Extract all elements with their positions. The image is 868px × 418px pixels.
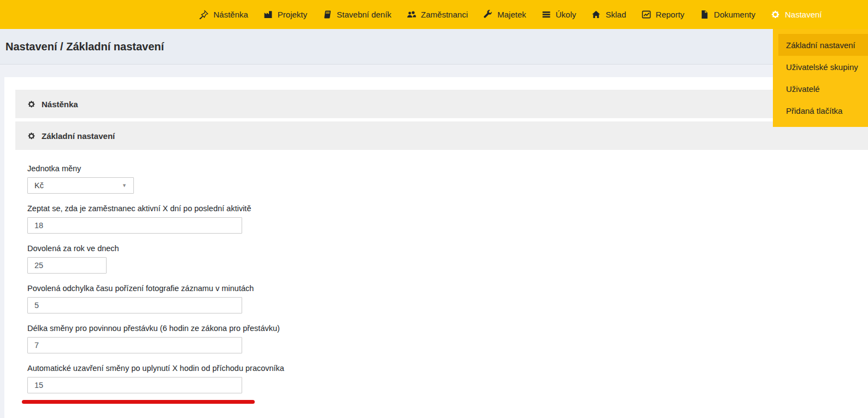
nav-item-label: Sklad	[606, 10, 626, 19]
form-group-shift-break: Délka směny pro povinnou přestávku (6 ho…	[27, 324, 868, 353]
field-label: Dovolená za rok ve dnech	[27, 244, 868, 253]
settings-card: Nástěnka Základní nastavení Jednotka měn…	[4, 77, 868, 418]
page-title: Nastavení / Základní nastavení	[5, 40, 164, 53]
nav-item-projekty[interactable]: Projekty	[263, 10, 307, 19]
nav-item-nastaveni[interactable]: Nastavení	[771, 10, 822, 19]
nav-item-label: Dokumenty	[714, 10, 755, 19]
currency-select[interactable]: Kč ▼	[27, 177, 134, 194]
nav-item-majetek[interactable]: Majetek	[483, 10, 526, 19]
chart-line-icon	[642, 10, 651, 19]
page-content: Nástěnka Základní nastavení Jednotka měn…	[0, 65, 868, 418]
accordion-title: Nástěnka	[42, 100, 78, 109]
nav-item-reporty[interactable]: Reporty	[642, 10, 685, 19]
red-underline-annotation	[22, 400, 255, 404]
nav-item-label: Reporty	[656, 10, 685, 19]
accordion-nastenka[interactable]: Nástěnka	[15, 90, 868, 118]
settings-form: Jednotka měny Kč ▼ Zeptat se, zda je zam…	[15, 164, 868, 393]
field-label: Délka směny pro povinnou přestávku (6 ho…	[27, 324, 868, 333]
nav-item-dokumenty[interactable]: Dokumenty	[700, 10, 755, 19]
accordion-title: Základní nastavení	[42, 131, 115, 141]
form-group-currency: Jednotka měny Kč ▼	[27, 164, 868, 194]
top-navbar: Nástěnka Projekty Stavební deník Zaměstn…	[0, 0, 868, 29]
field-label: Automatické uzavření směny po uplynutí X…	[27, 364, 868, 373]
field-label: Jednotka měny	[27, 164, 868, 173]
factory-icon	[263, 10, 273, 19]
nav-item-label: Stavební deník	[337, 10, 391, 19]
dropdown-item-uzivatelske-skupiny[interactable]: Uživatelské skupiny	[778, 56, 868, 78]
page-header: Nastavení / Základní nastavení	[0, 29, 868, 65]
nav-item-nastenka[interactable]: Nástěnka	[199, 10, 248, 19]
shift-break-input[interactable]	[27, 337, 242, 353]
file-icon	[700, 10, 709, 19]
active-days-input[interactable]	[27, 217, 242, 234]
caret-down-icon: ▼	[122, 183, 127, 188]
pin-icon	[199, 10, 208, 19]
accordion-zakladni-nastaveni[interactable]: Základní nastavení	[15, 121, 868, 150]
nav-item-label: Úkoly	[556, 10, 577, 19]
tasks-icon	[542, 10, 551, 19]
wrench-icon	[483, 10, 492, 19]
form-group-photo-deviation: Povolená odchylka času pořízení fotograf…	[27, 284, 868, 314]
vacation-days-input[interactable]	[27, 257, 107, 274]
dropdown-item-zakladni-nastaveni[interactable]: Základní nastavení	[778, 34, 868, 56]
nav-item-label: Projekty	[278, 10, 307, 19]
nav-item-label: Majetek	[497, 10, 526, 19]
form-group-auto-close-shift: Automatické uzavření směny po uplynutí X…	[27, 364, 868, 393]
gear-icon	[27, 132, 36, 140]
gear-icon	[771, 10, 780, 19]
nav-item-label: Nástěnka	[213, 10, 248, 19]
field-label: Zeptat se, zda je zaměstnanec aktivní X …	[27, 204, 868, 213]
auto-close-shift-input[interactable]	[27, 377, 242, 393]
users-icon	[407, 10, 416, 19]
nav-item-sklad[interactable]: Sklad	[591, 10, 626, 19]
book-icon	[322, 10, 332, 19]
form-group-vacation-days: Dovolená za rok ve dnech	[27, 244, 868, 274]
home-icon	[591, 10, 601, 19]
nav-item-label: Zaměstnanci	[421, 10, 468, 19]
nav-item-stavebni-denik[interactable]: Stavební deník	[322, 10, 391, 19]
nav-item-ukoly[interactable]: Úkoly	[542, 10, 577, 19]
nav-item-zamestnanci[interactable]: Zaměstnanci	[407, 10, 468, 19]
photo-deviation-input[interactable]	[27, 297, 242, 314]
dropdown-item-uzivatele[interactable]: Uživatelé	[778, 78, 868, 100]
nav-item-label: Nastavení	[785, 10, 822, 19]
gear-icon	[27, 100, 36, 108]
nav-row: Nástěnka Projekty Stavební deník Zaměstn…	[199, 10, 822, 19]
field-label: Povolená odchylka času pořízení fotograf…	[27, 284, 868, 293]
selected-value: Kč	[34, 181, 44, 190]
dropdown-item-pridana-tlacitka[interactable]: Přidaná tlačítka	[778, 100, 868, 121]
settings-dropdown-menu: Základní nastavení Uživatelské skupiny U…	[773, 29, 868, 127]
form-group-active-days: Zeptat se, zda je zaměstnanec aktivní X …	[27, 204, 868, 234]
